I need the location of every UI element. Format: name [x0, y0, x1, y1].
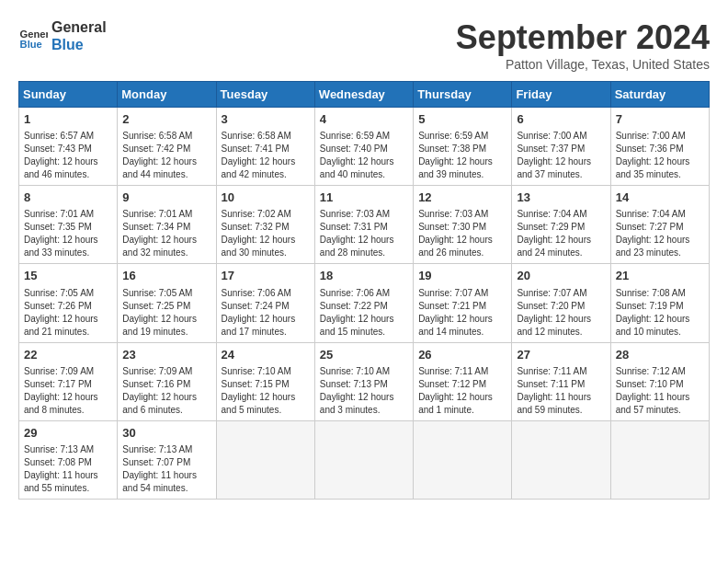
- calendar-day-cell: 29Sunrise: 7:13 AMSunset: 7:08 PMDayligh…: [19, 420, 118, 499]
- calendar-day-cell: 16Sunrise: 7:05 AMSunset: 7:25 PMDayligh…: [118, 264, 216, 342]
- calendar-week-row: 15Sunrise: 7:05 AMSunset: 7:26 PMDayligh…: [19, 264, 710, 342]
- day-number: 1: [24, 111, 112, 128]
- day-number: 12: [418, 190, 506, 206]
- calendar-day-cell: 1Sunrise: 6:57 AMSunset: 7:43 PMDaylight…: [19, 108, 118, 186]
- calendar-week-row: 1Sunrise: 6:57 AMSunset: 7:43 PMDaylight…: [19, 108, 710, 186]
- day-number: 20: [517, 268, 605, 284]
- page-header: General Blue General Blue September 2024…: [18, 18, 710, 72]
- calendar-day-cell: 11Sunrise: 7:03 AMSunset: 7:31 PMDayligh…: [314, 186, 413, 264]
- day-number: 18: [320, 268, 408, 284]
- logo-text-blue: Blue: [51, 36, 107, 53]
- col-sunday: Sunday: [19, 82, 118, 108]
- calendar-day-cell: 4Sunrise: 6:59 AMSunset: 7:40 PMDaylight…: [314, 108, 413, 186]
- day-number: 10: [222, 190, 310, 206]
- day-number: 4: [320, 111, 408, 128]
- calendar-day-cell: 21Sunrise: 7:08 AMSunset: 7:19 PMDayligh…: [610, 264, 709, 342]
- calendar-day-cell: 23Sunrise: 7:09 AMSunset: 7:16 PMDayligh…: [118, 342, 216, 420]
- col-friday: Friday: [512, 82, 610, 108]
- calendar-day-cell: 26Sunrise: 7:11 AMSunset: 7:12 PMDayligh…: [414, 342, 512, 420]
- calendar-day-cell: 12Sunrise: 7:03 AMSunset: 7:30 PMDayligh…: [414, 186, 512, 264]
- calendar-day-cell: 30Sunrise: 7:13 AMSunset: 7:07 PMDayligh…: [118, 420, 216, 499]
- day-number: 24: [222, 347, 310, 363]
- day-number: 17: [222, 268, 310, 284]
- calendar-empty-cell: [314, 420, 413, 499]
- day-number: 11: [320, 190, 408, 206]
- calendar-day-cell: 15Sunrise: 7:05 AMSunset: 7:26 PMDayligh…: [19, 264, 118, 342]
- day-number: 6: [517, 111, 605, 128]
- col-saturday: Saturday: [610, 82, 709, 108]
- day-number: 14: [616, 190, 704, 206]
- logo: General Blue General Blue: [18, 18, 107, 53]
- calendar-table: Sunday Monday Tuesday Wednesday Thursday…: [18, 81, 710, 500]
- svg-text:General: General: [20, 29, 48, 40]
- day-number: 28: [616, 347, 704, 363]
- calendar-day-cell: 8Sunrise: 7:01 AMSunset: 7:35 PMDaylight…: [19, 186, 118, 264]
- calendar-day-cell: 3Sunrise: 6:58 AMSunset: 7:41 PMDaylight…: [216, 108, 314, 186]
- calendar-day-cell: 22Sunrise: 7:09 AMSunset: 7:17 PMDayligh…: [19, 342, 118, 420]
- calendar-day-cell: 10Sunrise: 7:02 AMSunset: 7:32 PMDayligh…: [216, 186, 314, 264]
- calendar-day-cell: 28Sunrise: 7:12 AMSunset: 7:10 PMDayligh…: [610, 342, 709, 420]
- day-number: 23: [122, 347, 210, 363]
- calendar-week-row: 29Sunrise: 7:13 AMSunset: 7:08 PMDayligh…: [19, 420, 710, 499]
- day-number: 26: [418, 347, 506, 363]
- calendar-empty-cell: [512, 420, 610, 499]
- calendar-day-cell: 14Sunrise: 7:04 AMSunset: 7:27 PMDayligh…: [610, 186, 709, 264]
- day-number: 16: [122, 268, 210, 284]
- svg-text:Blue: Blue: [20, 39, 42, 50]
- col-thursday: Thursday: [414, 82, 512, 108]
- calendar-empty-cell: [414, 420, 512, 499]
- calendar-day-cell: 25Sunrise: 7:10 AMSunset: 7:13 PMDayligh…: [314, 342, 413, 420]
- col-wednesday: Wednesday: [314, 82, 413, 108]
- calendar-day-cell: 5Sunrise: 6:59 AMSunset: 7:38 PMDaylight…: [414, 108, 512, 186]
- day-number: 25: [320, 347, 408, 363]
- day-number: 5: [418, 111, 506, 128]
- calendar-week-row: 22Sunrise: 7:09 AMSunset: 7:17 PMDayligh…: [19, 342, 710, 420]
- calendar-day-cell: 13Sunrise: 7:04 AMSunset: 7:29 PMDayligh…: [512, 186, 610, 264]
- day-number: 29: [24, 425, 112, 442]
- calendar-header-row: Sunday Monday Tuesday Wednesday Thursday…: [19, 82, 710, 108]
- calendar-empty-cell: [610, 420, 709, 499]
- calendar-day-cell: 2Sunrise: 6:58 AMSunset: 7:42 PMDaylight…: [118, 108, 216, 186]
- col-tuesday: Tuesday: [216, 82, 314, 108]
- day-number: 22: [24, 347, 112, 363]
- calendar-body: 1Sunrise: 6:57 AMSunset: 7:43 PMDaylight…: [19, 108, 710, 500]
- day-number: 7: [616, 111, 704, 128]
- day-number: 3: [222, 111, 310, 128]
- day-number: 27: [517, 347, 605, 363]
- logo-icon: General Blue: [18, 21, 48, 51]
- logo-text-general: General: [51, 18, 107, 36]
- calendar-day-cell: 19Sunrise: 7:07 AMSunset: 7:21 PMDayligh…: [414, 264, 512, 342]
- month-title: September 2024: [456, 18, 710, 57]
- day-number: 19: [418, 268, 506, 284]
- calendar-week-row: 8Sunrise: 7:01 AMSunset: 7:35 PMDaylight…: [19, 186, 710, 264]
- calendar-day-cell: 27Sunrise: 7:11 AMSunset: 7:11 PMDayligh…: [512, 342, 610, 420]
- calendar-day-cell: 18Sunrise: 7:06 AMSunset: 7:22 PMDayligh…: [314, 264, 413, 342]
- day-number: 13: [517, 190, 605, 206]
- calendar-day-cell: 20Sunrise: 7:07 AMSunset: 7:20 PMDayligh…: [512, 264, 610, 342]
- day-number: 9: [122, 190, 210, 206]
- col-monday: Monday: [118, 82, 216, 108]
- calendar-empty-cell: [216, 420, 314, 499]
- day-number: 21: [616, 268, 704, 284]
- calendar-day-cell: 7Sunrise: 7:00 AMSunset: 7:36 PMDaylight…: [610, 108, 709, 186]
- day-number: 8: [24, 190, 112, 206]
- calendar-day-cell: 17Sunrise: 7:06 AMSunset: 7:24 PMDayligh…: [216, 264, 314, 342]
- calendar-day-cell: 6Sunrise: 7:00 AMSunset: 7:37 PMDaylight…: [512, 108, 610, 186]
- location-text: Patton Village, Texas, United States: [456, 57, 710, 72]
- calendar-day-cell: 9Sunrise: 7:01 AMSunset: 7:34 PMDaylight…: [118, 186, 216, 264]
- title-block: September 2024 Patton Village, Texas, Un…: [456, 18, 710, 72]
- calendar-day-cell: 24Sunrise: 7:10 AMSunset: 7:15 PMDayligh…: [216, 342, 314, 420]
- day-number: 30: [122, 425, 210, 442]
- day-number: 15: [24, 268, 112, 284]
- day-number: 2: [122, 111, 210, 128]
